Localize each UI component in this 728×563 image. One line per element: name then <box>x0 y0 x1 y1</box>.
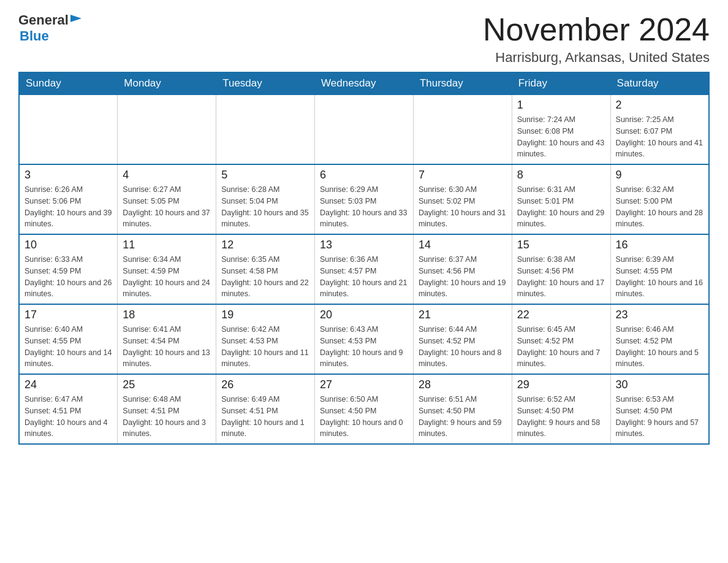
calendar-cell: 27Sunrise: 6:50 AM Sunset: 4:50 PM Dayli… <box>315 374 414 444</box>
day-info: Sunrise: 6:39 AM Sunset: 4:55 PM Dayligh… <box>616 254 703 300</box>
day-info: Sunrise: 6:35 AM Sunset: 4:58 PM Dayligh… <box>221 254 309 300</box>
day-info: Sunrise: 7:25 AM Sunset: 6:07 PM Dayligh… <box>616 114 703 160</box>
weekday-header-wednesday: Wednesday <box>315 72 414 95</box>
day-number: 12 <box>221 239 309 251</box>
calendar-cell: 10Sunrise: 6:33 AM Sunset: 4:59 PM Dayli… <box>19 234 118 304</box>
calendar-cell: 20Sunrise: 6:43 AM Sunset: 4:53 PM Dayli… <box>315 304 414 374</box>
calendar-cell <box>19 95 118 165</box>
day-info: Sunrise: 6:45 AM Sunset: 4:52 PM Dayligh… <box>517 324 605 370</box>
calendar-cell: 18Sunrise: 6:41 AM Sunset: 4:54 PM Dayli… <box>118 304 216 374</box>
title-section: November 2024 Harrisburg, Arkansas, Unit… <box>483 12 710 66</box>
day-number: 2 <box>616 99 703 112</box>
svg-marker-0 <box>70 15 82 22</box>
day-number: 4 <box>123 169 211 182</box>
day-number: 9 <box>616 169 703 182</box>
calendar-cell: 12Sunrise: 6:35 AM Sunset: 4:58 PM Dayli… <box>216 234 315 304</box>
weekday-header-row: SundayMondayTuesdayWednesdayThursdayFrid… <box>19 72 709 95</box>
day-number: 26 <box>221 378 309 391</box>
day-number: 27 <box>320 378 408 391</box>
calendar-cell: 29Sunrise: 6:52 AM Sunset: 4:50 PM Dayli… <box>512 374 610 444</box>
day-info: Sunrise: 6:37 AM Sunset: 4:56 PM Dayligh… <box>419 254 507 300</box>
day-info: Sunrise: 6:33 AM Sunset: 4:59 PM Dayligh… <box>25 254 112 300</box>
calendar-cell: 14Sunrise: 6:37 AM Sunset: 4:56 PM Dayli… <box>413 234 512 304</box>
day-number: 10 <box>25 239 112 251</box>
calendar-cell: 8Sunrise: 6:31 AM Sunset: 5:01 PM Daylig… <box>512 164 610 234</box>
logo-flag-icon <box>69 13 83 27</box>
calendar-cell: 7Sunrise: 6:30 AM Sunset: 5:02 PM Daylig… <box>413 164 512 234</box>
day-info: Sunrise: 6:26 AM Sunset: 5:06 PM Dayligh… <box>25 184 112 230</box>
day-info: Sunrise: 6:48 AM Sunset: 4:51 PM Dayligh… <box>123 394 211 440</box>
calendar-week-row: 24Sunrise: 6:47 AM Sunset: 4:51 PM Dayli… <box>19 374 709 444</box>
day-info: Sunrise: 6:32 AM Sunset: 5:00 PM Dayligh… <box>616 184 703 230</box>
calendar-cell: 28Sunrise: 6:51 AM Sunset: 4:50 PM Dayli… <box>413 374 512 444</box>
day-number: 17 <box>25 308 112 321</box>
weekday-header-friday: Friday <box>512 72 610 95</box>
day-info: Sunrise: 6:44 AM Sunset: 4:52 PM Dayligh… <box>419 324 507 370</box>
day-info: Sunrise: 6:29 AM Sunset: 5:03 PM Dayligh… <box>320 184 408 230</box>
weekday-header-monday: Monday <box>118 72 216 95</box>
logo-general-text: General <box>18 12 69 28</box>
day-info: Sunrise: 6:34 AM Sunset: 4:59 PM Dayligh… <box>123 254 211 300</box>
day-info: Sunrise: 6:49 AM Sunset: 4:51 PM Dayligh… <box>221 394 309 440</box>
day-number: 24 <box>25 378 112 391</box>
day-info: Sunrise: 6:42 AM Sunset: 4:53 PM Dayligh… <box>221 324 309 370</box>
day-info: Sunrise: 6:50 AM Sunset: 4:50 PM Dayligh… <box>320 394 408 440</box>
calendar-week-row: 1Sunrise: 7:24 AM Sunset: 6:08 PM Daylig… <box>19 95 709 165</box>
day-number: 3 <box>25 169 112 182</box>
calendar-cell: 1Sunrise: 7:24 AM Sunset: 6:08 PM Daylig… <box>512 95 610 165</box>
calendar-cell: 25Sunrise: 6:48 AM Sunset: 4:51 PM Dayli… <box>118 374 216 444</box>
calendar-cell: 30Sunrise: 6:53 AM Sunset: 4:50 PM Dayli… <box>610 374 709 444</box>
calendar-cell: 4Sunrise: 6:27 AM Sunset: 5:05 PM Daylig… <box>118 164 216 234</box>
calendar-cell: 26Sunrise: 6:49 AM Sunset: 4:51 PM Dayli… <box>216 374 315 444</box>
weekday-header-sunday: Sunday <box>19 72 118 95</box>
day-number: 22 <box>517 308 605 321</box>
day-info: Sunrise: 6:40 AM Sunset: 4:55 PM Dayligh… <box>25 324 112 370</box>
day-info: Sunrise: 7:24 AM Sunset: 6:08 PM Dayligh… <box>517 114 605 160</box>
day-number: 11 <box>123 239 211 251</box>
calendar-cell: 19Sunrise: 6:42 AM Sunset: 4:53 PM Dayli… <box>216 304 315 374</box>
day-number: 29 <box>517 378 605 391</box>
calendar-cell: 11Sunrise: 6:34 AM Sunset: 4:59 PM Dayli… <box>118 234 216 304</box>
calendar-cell <box>413 95 512 165</box>
calendar-cell: 3Sunrise: 6:26 AM Sunset: 5:06 PM Daylig… <box>19 164 118 234</box>
day-number: 6 <box>320 169 408 182</box>
calendar-week-row: 17Sunrise: 6:40 AM Sunset: 4:55 PM Dayli… <box>19 304 709 374</box>
day-info: Sunrise: 6:30 AM Sunset: 5:02 PM Dayligh… <box>419 184 507 230</box>
calendar-cell: 21Sunrise: 6:44 AM Sunset: 4:52 PM Dayli… <box>413 304 512 374</box>
calendar-cell: 2Sunrise: 7:25 AM Sunset: 6:07 PM Daylig… <box>610 95 709 165</box>
day-number: 16 <box>616 239 703 251</box>
day-number: 5 <box>221 169 309 182</box>
calendar-cell: 6Sunrise: 6:29 AM Sunset: 5:03 PM Daylig… <box>315 164 414 234</box>
day-info: Sunrise: 6:43 AM Sunset: 4:53 PM Dayligh… <box>320 324 408 370</box>
page-header: General Blue November 2024 Harrisburg, A… <box>18 12 710 66</box>
calendar-cell <box>118 95 216 165</box>
day-number: 20 <box>320 308 408 321</box>
calendar-cell: 24Sunrise: 6:47 AM Sunset: 4:51 PM Dayli… <box>19 374 118 444</box>
day-number: 13 <box>320 239 408 251</box>
weekday-header-tuesday: Tuesday <box>216 72 315 95</box>
day-number: 19 <box>221 308 309 321</box>
weekday-header-saturday: Saturday <box>610 72 709 95</box>
calendar-cell: 9Sunrise: 6:32 AM Sunset: 5:00 PM Daylig… <box>610 164 709 234</box>
calendar-cell: 5Sunrise: 6:28 AM Sunset: 5:04 PM Daylig… <box>216 164 315 234</box>
day-number: 28 <box>419 378 507 391</box>
calendar-table: SundayMondayTuesdayWednesdayThursdayFrid… <box>18 72 710 445</box>
month-title: November 2024 <box>483 12 710 47</box>
calendar-cell: 16Sunrise: 6:39 AM Sunset: 4:55 PM Dayli… <box>610 234 709 304</box>
calendar-cell: 22Sunrise: 6:45 AM Sunset: 4:52 PM Dayli… <box>512 304 610 374</box>
weekday-header-thursday: Thursday <box>413 72 512 95</box>
day-number: 30 <box>616 378 703 391</box>
day-number: 18 <box>123 308 211 321</box>
day-info: Sunrise: 6:38 AM Sunset: 4:56 PM Dayligh… <box>517 254 605 300</box>
day-info: Sunrise: 6:41 AM Sunset: 4:54 PM Dayligh… <box>123 324 211 370</box>
day-info: Sunrise: 6:31 AM Sunset: 5:01 PM Dayligh… <box>517 184 605 230</box>
day-info: Sunrise: 6:27 AM Sunset: 5:05 PM Dayligh… <box>123 184 211 230</box>
calendar-week-row: 3Sunrise: 6:26 AM Sunset: 5:06 PM Daylig… <box>19 164 709 234</box>
day-number: 14 <box>419 239 507 251</box>
calendar-cell: 15Sunrise: 6:38 AM Sunset: 4:56 PM Dayli… <box>512 234 610 304</box>
calendar-cell: 13Sunrise: 6:36 AM Sunset: 4:57 PM Dayli… <box>315 234 414 304</box>
calendar-week-row: 10Sunrise: 6:33 AM Sunset: 4:59 PM Dayli… <box>19 234 709 304</box>
logo: General Blue <box>18 12 83 44</box>
calendar-cell: 23Sunrise: 6:46 AM Sunset: 4:52 PM Dayli… <box>610 304 709 374</box>
day-number: 21 <box>419 308 507 321</box>
